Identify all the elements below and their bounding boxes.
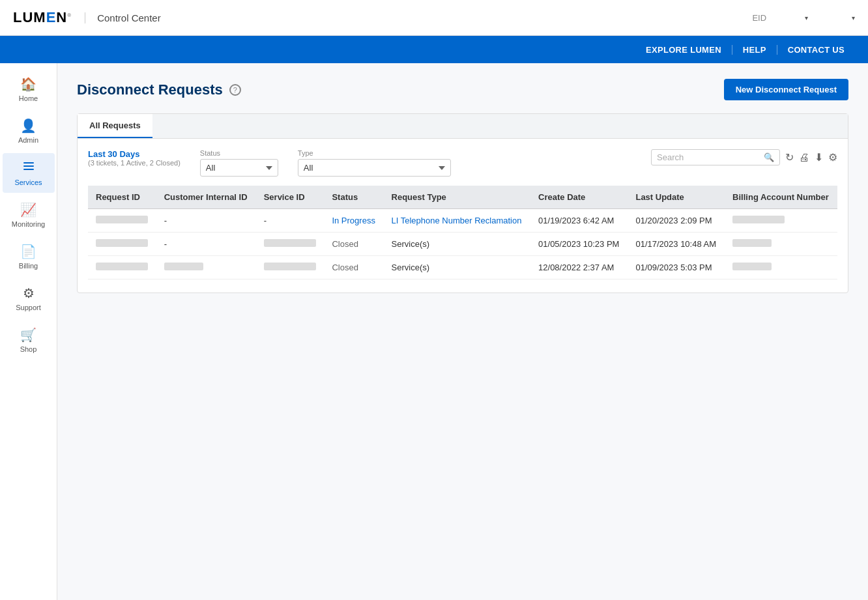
svg-rect-1 [23,165,34,167]
sidebar-item-support[interactable]: ⚙ Support [3,279,55,318]
type-filter-select[interactable]: All Service(s) LI Telephone Number Recla… [298,159,451,177]
cell-request-id-1[interactable] [88,209,156,233]
col-request-id: Request ID [88,186,156,209]
cell-status-2: Closed [324,233,383,256]
table-row: - Closed Service(s) 01/05/2023 10:23 PM … [88,233,837,256]
app-title: Control Center [85,12,161,23]
refresh-icon[interactable]: ↻ [785,151,794,164]
top-bar: LUMEN® Control Center EID ▾ ▾ [0,0,868,36]
top-bar-right: EID ▾ ▾ [752,13,855,23]
col-billing-account: Billing Account Number [725,186,837,209]
billing-3-blurred [732,263,772,270]
cell-request-id-2[interactable] [88,233,156,256]
table-header-row: Request ID Customer Internal ID Service … [88,186,837,209]
toolbar-icons: ↻ 🖨 ⬇ ⚙ [785,151,837,164]
cell-service-id-1: - [256,209,325,233]
sidebar-item-support-label: Support [16,304,41,311]
top-bar-left: LUMEN® Control Center [13,9,161,26]
status-badge-1: In Progress [332,216,375,225]
status-filter-select[interactable]: All In Progress Closed [200,159,278,177]
request-type-link-1[interactable]: LI Telephone Number Reclamation [392,216,522,225]
col-customer-internal-id: Customer Internal ID [156,186,256,209]
sidebar-item-billing-label: Billing [19,262,38,270]
cell-billing-1 [725,209,837,233]
explore-lumen-link[interactable]: EXPLORE LUMEN [635,45,732,55]
account-value [813,13,846,23]
eid-chevron[interactable]: ▾ [805,14,808,21]
table-row: Closed Service(s) 12/08/2022 2:37 AM 01/… [88,256,837,279]
cell-billing-3 [725,256,837,279]
page-title-row: Disconnect Requests ? [77,81,241,98]
col-status: Status [324,186,383,209]
sidebar-item-shop[interactable]: 🛒 Shop [3,321,55,360]
help-link[interactable]: HELP [732,45,777,55]
cell-billing-2 [725,233,837,256]
layout: 🏠 Home 👤 Admin Services 📈 Monitoring 📄 B… [0,63,868,600]
support-icon: ⚙ [23,285,35,301]
cell-service-id-2 [256,233,325,256]
request-id-3-blurred [96,263,148,270]
cell-status-3: Closed [324,256,383,279]
svg-rect-2 [23,169,34,170]
logo: LUMEN® [13,9,72,26]
sidebar: 🏠 Home 👤 Admin Services 📈 Monitoring 📄 B… [0,63,57,600]
svg-rect-0 [23,162,34,164]
requests-card: All Requests Last 30 Days (3 tickets, 1 … [77,113,848,293]
sidebar-item-home[interactable]: 🏠 Home [3,70,55,109]
col-last-update: Last Update [628,186,725,209]
sidebar-item-monitoring-label: Monitoring [12,220,45,228]
service-id-3-blurred [264,263,316,270]
cell-request-type-1: LI Telephone Number Reclamation [384,209,531,233]
print-icon[interactable]: 🖨 [799,152,809,164]
sidebar-item-billing[interactable]: 📄 Billing [3,237,55,276]
cell-last-update-1: 01/20/2023 2:09 PM [628,209,725,233]
cell-request-type-3: Service(s) [384,256,531,279]
shop-icon: 🛒 [20,327,36,343]
cell-customer-id-2: - [156,233,256,256]
status-badge-2: Closed [332,239,358,249]
settings-icon[interactable]: ⚙ [828,151,837,164]
date-filter-sub: (3 tickets, 1 Active, 2 Closed) [88,159,181,167]
home-icon: 🏠 [20,76,36,92]
sidebar-item-home-label: Home [19,94,38,102]
help-icon[interactable]: ? [229,84,241,96]
cell-status-1: In Progress [324,209,383,233]
card-body: Last 30 Days (3 tickets, 1 Active, 2 Clo… [78,139,848,293]
services-icon [22,160,35,176]
new-disconnect-request-button[interactable]: New Disconnect Request [724,79,848,100]
customer-id-3-blurred [164,263,203,270]
table-row: - - In Progress LI Telephone Number Recl… [88,209,837,233]
eid-value [772,13,800,23]
account-chevron[interactable]: ▾ [852,14,855,21]
contact-us-link[interactable]: CONTACT US [777,45,855,55]
search-area: 🔍 ↻ 🖨 ⬇ ⚙ [651,149,837,165]
status-filter-group: Status All In Progress Closed [200,149,278,177]
cell-customer-id-1: - [156,209,256,233]
cell-create-date-2: 01/05/2023 10:23 PM [530,233,628,256]
eid-label: EID [752,13,766,23]
cell-create-date-1: 01/19/2023 6:42 AM [530,209,628,233]
cell-service-id-3 [256,256,325,279]
search-icon: 🔍 [764,152,774,162]
type-filter-label: Type [298,149,451,157]
search-input[interactable] [657,152,761,162]
download-icon[interactable]: ⬇ [815,151,823,164]
sidebar-item-admin[interactable]: 👤 Admin [3,111,55,150]
tab-all-requests[interactable]: All Requests [78,114,152,138]
main-content: Disconnect Requests ? New Disconnect Req… [57,63,868,600]
service-id-2-blurred [264,239,316,247]
billing-1-blurred [732,216,785,223]
cell-request-id-3[interactable] [88,256,156,279]
page-title: Disconnect Requests [77,81,223,98]
cell-last-update-3: 01/09/2023 5:03 PM [628,256,725,279]
sidebar-item-admin-label: Admin [18,136,38,144]
sidebar-item-services[interactable]: Services [3,153,55,193]
col-service-id: Service ID [256,186,325,209]
status-filter-label: Status [200,149,278,157]
sidebar-item-monitoring[interactable]: 📈 Monitoring [3,195,55,235]
date-filter-label[interactable]: Last 30 Days [88,149,181,159]
type-filter-group: Type All Service(s) LI Telephone Number … [298,149,451,177]
col-create-date: Create Date [530,186,628,209]
card-tabs: All Requests [78,114,848,139]
monitoring-icon: 📈 [20,202,36,218]
